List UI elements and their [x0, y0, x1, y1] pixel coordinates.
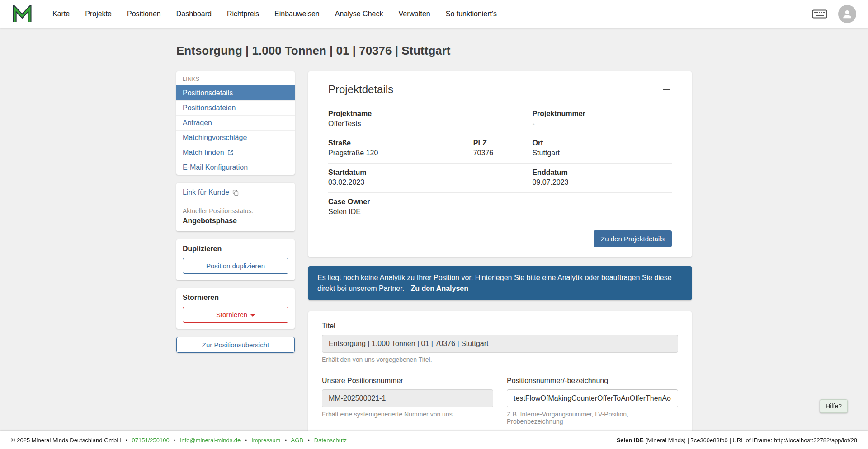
ort-label: Ort: [532, 139, 672, 147]
caret-down-icon: [250, 314, 255, 317]
nav-item-positionen[interactable]: Positionen: [127, 10, 161, 18]
separator: •: [245, 437, 247, 444]
footer-datenschutz-link[interactable]: Datenschutz: [314, 437, 347, 444]
case-owner-label: Case Owner: [328, 198, 532, 206]
cancel-card: Stornieren Stornieren: [176, 288, 295, 329]
sidebar-item-email-konfiguration[interactable]: E-Mail Konfiguration: [176, 160, 295, 175]
sidebar-item-label: Anfragen: [183, 119, 212, 127]
sidebar-item-label: Positionsdetails: [183, 89, 233, 97]
strasse-value: Pragstraße 120: [328, 149, 473, 157]
positionsnummer-field-group: Unsere Positionsnummer Erhält eine syste…: [322, 377, 493, 425]
cancel-button-label: Stornieren: [216, 311, 247, 318]
project-row-address: Straße Pragstraße 120 PLZ 70376 Ort Stut…: [328, 134, 672, 164]
customer-link-card: Link für Kunde Aktueller Positionsstatus…: [176, 183, 295, 231]
nav-item-richtpreis[interactable]: Richtpreis: [227, 10, 259, 18]
nav-item-einbauweisen[interactable]: Einbauweisen: [274, 10, 320, 18]
sidebar-item-label: Matchingvorschläge: [183, 134, 247, 142]
footer-email-link[interactable]: info@mineral-minds.de: [180, 437, 241, 444]
user-silhouette-icon: [841, 8, 853, 20]
divider: [176, 202, 295, 202]
collapse-icon[interactable]: [661, 84, 672, 95]
project-details-title: Projektdetails: [328, 83, 393, 96]
page-container: Entsorgung | 1.000 Tonnen | 01 | 70376 |…: [176, 28, 692, 449]
top-navbar: Karte Projekte Positionen Dashboard Rich…: [0, 0, 868, 28]
position-form-card: Titel Erhält den von uns vorgegebenen Ti…: [308, 311, 692, 449]
main-nav: Karte Projekte Positionen Dashboard Rich…: [52, 10, 497, 18]
plz-label: PLZ: [473, 139, 533, 147]
bezeichnung-helper: Z.B. Interne-Vorgangsnummer, LV-Position…: [507, 411, 678, 425]
project-row-name-number: Projektname OfferTests Projektnummer -: [328, 105, 672, 134]
mineral-minds-logo-icon[interactable]: [12, 5, 33, 23]
footer: © 2025 Mineral Minds Deutschland GmbH • …: [0, 431, 868, 449]
duplicate-card: Duplizieren Position duplizieren: [176, 239, 295, 280]
project-row-dates: Startdatum 03.02.2023 Enddatum 09.07.202…: [328, 164, 672, 193]
sidebar-item-anfragen[interactable]: Anfragen: [176, 115, 295, 130]
nav-item-so-funktionierts[interactable]: So funktioniert's: [446, 10, 497, 18]
projektname-value: OfferTests: [328, 120, 532, 128]
bezeichnung-field-group: Positionsnummer/-bezeichnung Z.B. Intern…: [507, 377, 678, 425]
position-status-label: Aktueller Positionsstatus:: [183, 207, 288, 215]
analytics-info-banner: Es liegt noch keine Analytik zu Ihrer Po…: [308, 266, 692, 300]
bezeichnung-input[interactable]: [507, 389, 678, 407]
startdatum-label: Startdatum: [328, 168, 532, 177]
customer-link[interactable]: Link für Kunde: [183, 188, 239, 196]
help-button[interactable]: Hilfe?: [820, 399, 848, 413]
titel-field-group: Titel Erhält den von uns vorgegebenen Ti…: [322, 322, 678, 363]
footer-user-name: Selen IDE: [617, 437, 644, 444]
sidebar: LINKS Positionsdetails Positionsdateien …: [176, 71, 295, 353]
sidebar-item-positionsdateien[interactable]: Positionsdateien: [176, 100, 295, 115]
case-owner-value: Selen IDE: [328, 208, 532, 216]
main-content: Projektdetails Projektname OfferTests Pr…: [308, 71, 692, 449]
footer-phone-link[interactable]: 07151/250100: [132, 437, 170, 444]
links-header: LINKS: [176, 71, 295, 85]
nav-item-karte[interactable]: Karte: [52, 10, 70, 18]
positionsnummer-helper: Erhält eine systemgenerierte Nummer von …: [322, 411, 493, 418]
footer-session-info: (Mineral Minds) | 7ce360e83fb0 | URL of …: [645, 437, 857, 444]
bezeichnung-label: Positionsnummer/-bezeichnung: [507, 377, 678, 385]
footer-agb-link[interactable]: AGB: [291, 437, 303, 444]
nav-item-dashboard[interactable]: Dashboard: [176, 10, 212, 18]
sidebar-item-label: Positionsdateien: [183, 104, 236, 112]
position-overview-button[interactable]: Zur Positionsübersicht: [176, 337, 295, 353]
enddatum-label: Enddatum: [532, 168, 672, 177]
separator: •: [174, 437, 176, 444]
copy-icon: [232, 189, 239, 196]
sidebar-item-matchingvorschlaege[interactable]: Matchingvorschläge: [176, 130, 295, 145]
titel-input: [322, 335, 678, 353]
cancel-position-button[interactable]: Stornieren: [183, 307, 288, 323]
footer-copyright: © 2025 Mineral Minds Deutschland GmbH: [11, 437, 121, 444]
titel-helper: Erhält den von uns vorgegebenen Titel.: [322, 356, 678, 363]
go-to-analyses-link[interactable]: Zu den Analysen: [411, 285, 468, 292]
go-to-project-details-button[interactable]: Zu den Projektdetails: [594, 230, 672, 247]
links-card: LINKS Positionsdetails Positionsdateien …: [176, 71, 295, 175]
nav-item-verwalten[interactable]: Verwalten: [398, 10, 430, 18]
banner-text: Es liegt noch keine Analytik zu Ihrer Po…: [317, 274, 672, 292]
projektname-label: Projektname: [328, 110, 532, 118]
sidebar-item-label: Match finden: [183, 149, 224, 157]
project-row-owner: Case Owner Selen IDE: [328, 193, 672, 222]
sidebar-item-positionsdetails[interactable]: Positionsdetails: [176, 85, 295, 100]
enddatum-value: 09.07.2023: [532, 178, 672, 187]
duplicate-header: Duplizieren: [183, 245, 288, 253]
external-link-icon: [227, 150, 234, 156]
titel-label: Titel: [322, 322, 678, 330]
sidebar-item-label: E-Mail Konfiguration: [183, 164, 248, 172]
footer-right: Selen IDE (Mineral Minds) | 7ce360e83fb0…: [617, 437, 857, 444]
nav-item-projekte[interactable]: Projekte: [85, 10, 112, 18]
positionsnummer-label: Unsere Positionsnummer: [322, 377, 493, 385]
nav-item-analyse-check[interactable]: Analyse Check: [335, 10, 383, 18]
footer-left: © 2025 Mineral Minds Deutschland GmbH • …: [11, 437, 347, 444]
customer-link-label: Link für Kunde: [183, 188, 229, 196]
page-title: Entsorgung | 1.000 Tonnen | 01 | 70376 |…: [176, 44, 692, 58]
position-status-value: Angebotsphase: [183, 217, 288, 225]
footer-impressum-link[interactable]: Impressum: [251, 437, 280, 444]
positionsnummer-input: [322, 389, 493, 407]
user-avatar[interactable]: [838, 5, 856, 23]
startdatum-value: 03.02.2023: [328, 178, 532, 187]
duplicate-position-button[interactable]: Position duplizieren: [183, 258, 288, 274]
strasse-label: Straße: [328, 139, 473, 147]
plz-value: 70376: [473, 149, 533, 157]
separator: •: [308, 437, 310, 444]
sidebar-item-match-finden[interactable]: Match finden: [176, 145, 295, 160]
keyboard-icon[interactable]: [812, 9, 827, 19]
